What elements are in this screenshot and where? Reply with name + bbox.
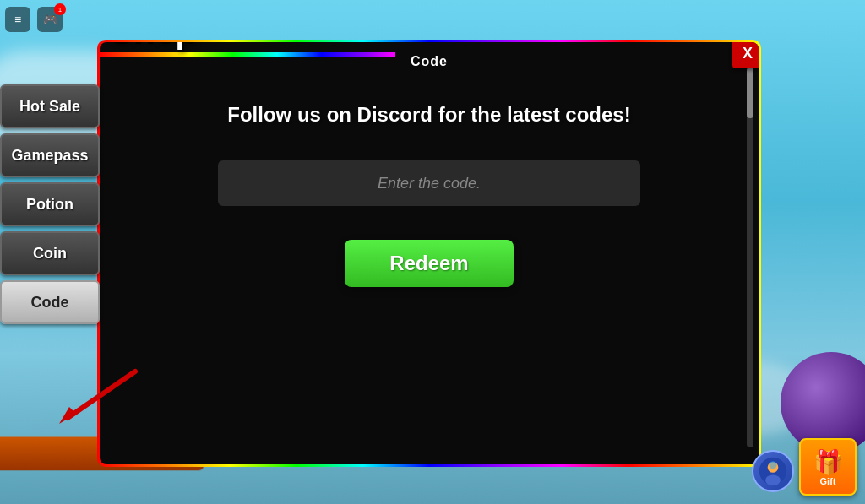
shop-title: Shop bbox=[100, 42, 395, 51]
sidebar: Hot Sale Gamepass Potion Coin Code bbox=[0, 84, 100, 324]
sidebar-item-gamepass[interactable]: Gamepass bbox=[0, 133, 100, 177]
red-arrow bbox=[51, 363, 152, 431]
shop-panel-wrapper: Shop X Code Follow us on Discord for the… bbox=[97, 40, 761, 467]
panel-scrollbar-thumb bbox=[747, 68, 753, 118]
discord-message: Follow us on Discord for the latest code… bbox=[227, 103, 630, 127]
top-left-icons: ≡ 🎮 1 bbox=[5, 7, 63, 32]
shop-panel: Shop X Code Follow us on Discord for the… bbox=[100, 42, 759, 464]
notification-badge: 1 bbox=[54, 3, 66, 15]
sidebar-item-hot-sale[interactable]: Hot Sale bbox=[0, 84, 100, 128]
svg-point-4 bbox=[765, 475, 781, 486]
sidebar-item-potion[interactable]: Potion bbox=[0, 182, 100, 226]
gift-button[interactable]: 🎁 Gift bbox=[799, 438, 857, 496]
rainbow-bar bbox=[100, 52, 395, 57]
svg-point-5 bbox=[770, 461, 777, 469]
close-button[interactable]: X bbox=[732, 42, 759, 68]
code-input[interactable] bbox=[218, 160, 640, 206]
sidebar-item-code[interactable]: Code bbox=[0, 280, 100, 324]
svg-line-0 bbox=[68, 371, 135, 418]
redeem-button[interactable]: Redeem bbox=[345, 240, 514, 287]
sidebar-item-coin[interactable]: Coin bbox=[0, 231, 100, 275]
gift-icon: 🎁 bbox=[813, 448, 843, 476]
menu-icon[interactable]: ≡ bbox=[5, 7, 30, 32]
panel-scrollbar[interactable] bbox=[747, 59, 753, 447]
code-content: Follow us on Discord for the latest code… bbox=[100, 78, 759, 304]
shop-title-bar: Shop bbox=[100, 42, 395, 57]
gift-label: Gift bbox=[820, 476, 836, 486]
avatar-icon[interactable] bbox=[752, 450, 794, 492]
